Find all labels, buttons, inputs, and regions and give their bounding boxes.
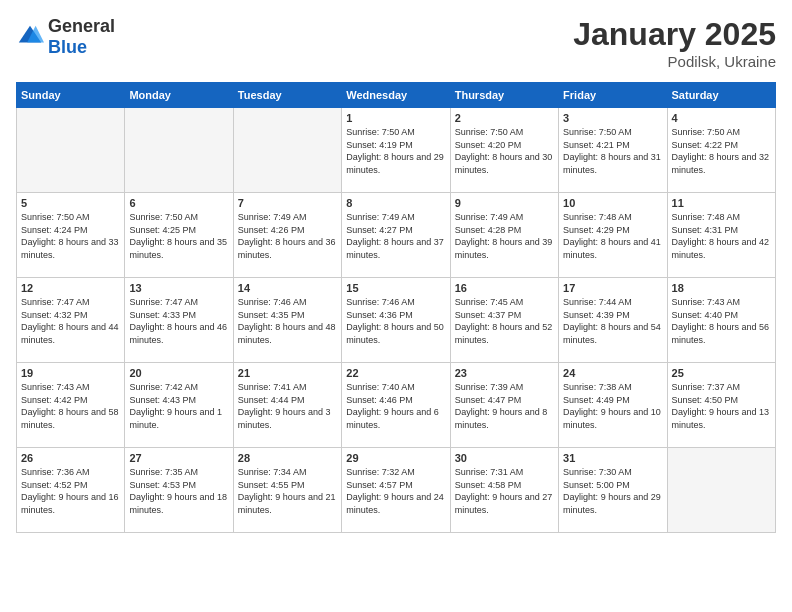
logo-general: General	[48, 16, 115, 36]
weekday-header: Thursday	[450, 83, 558, 108]
calendar-day-cell: 17Sunrise: 7:44 AM Sunset: 4:39 PM Dayli…	[559, 278, 667, 363]
calendar-day-cell: 7Sunrise: 7:49 AM Sunset: 4:26 PM Daylig…	[233, 193, 341, 278]
day-number: 9	[455, 197, 554, 209]
day-info: Sunrise: 7:44 AM Sunset: 4:39 PM Dayligh…	[563, 296, 662, 346]
day-info: Sunrise: 7:48 AM Sunset: 4:31 PM Dayligh…	[672, 211, 771, 261]
calendar-day-cell	[125, 108, 233, 193]
calendar-day-cell	[667, 448, 775, 533]
day-number: 22	[346, 367, 445, 379]
calendar-day-cell: 1Sunrise: 7:50 AM Sunset: 4:19 PM Daylig…	[342, 108, 450, 193]
day-number: 23	[455, 367, 554, 379]
day-number: 11	[672, 197, 771, 209]
weekday-header: Tuesday	[233, 83, 341, 108]
day-info: Sunrise: 7:49 AM Sunset: 4:26 PM Dayligh…	[238, 211, 337, 261]
weekday-header: Monday	[125, 83, 233, 108]
day-number: 24	[563, 367, 662, 379]
day-info: Sunrise: 7:49 AM Sunset: 4:27 PM Dayligh…	[346, 211, 445, 261]
day-number: 12	[21, 282, 120, 294]
calendar-week-row: 5Sunrise: 7:50 AM Sunset: 4:24 PM Daylig…	[17, 193, 776, 278]
calendar-day-cell: 20Sunrise: 7:42 AM Sunset: 4:43 PM Dayli…	[125, 363, 233, 448]
day-info: Sunrise: 7:47 AM Sunset: 4:33 PM Dayligh…	[129, 296, 228, 346]
day-number: 27	[129, 452, 228, 464]
day-info: Sunrise: 7:50 AM Sunset: 4:24 PM Dayligh…	[21, 211, 120, 261]
calendar-header-row: SundayMondayTuesdayWednesdayThursdayFrid…	[17, 83, 776, 108]
title-block: January 2025 Podilsk, Ukraine	[573, 16, 776, 70]
day-number: 13	[129, 282, 228, 294]
day-number: 26	[21, 452, 120, 464]
day-info: Sunrise: 7:50 AM Sunset: 4:25 PM Dayligh…	[129, 211, 228, 261]
calendar-day-cell: 21Sunrise: 7:41 AM Sunset: 4:44 PM Dayli…	[233, 363, 341, 448]
calendar-day-cell: 11Sunrise: 7:48 AM Sunset: 4:31 PM Dayli…	[667, 193, 775, 278]
calendar-day-cell: 22Sunrise: 7:40 AM Sunset: 4:46 PM Dayli…	[342, 363, 450, 448]
day-number: 10	[563, 197, 662, 209]
calendar-day-cell: 26Sunrise: 7:36 AM Sunset: 4:52 PM Dayli…	[17, 448, 125, 533]
day-number: 28	[238, 452, 337, 464]
calendar-week-row: 1Sunrise: 7:50 AM Sunset: 4:19 PM Daylig…	[17, 108, 776, 193]
calendar-day-cell: 10Sunrise: 7:48 AM Sunset: 4:29 PM Dayli…	[559, 193, 667, 278]
day-info: Sunrise: 7:36 AM Sunset: 4:52 PM Dayligh…	[21, 466, 120, 516]
month-title: January 2025	[573, 16, 776, 53]
day-info: Sunrise: 7:45 AM Sunset: 4:37 PM Dayligh…	[455, 296, 554, 346]
calendar-day-cell: 15Sunrise: 7:46 AM Sunset: 4:36 PM Dayli…	[342, 278, 450, 363]
page-header: General Blue January 2025 Podilsk, Ukrai…	[16, 16, 776, 70]
day-info: Sunrise: 7:31 AM Sunset: 4:58 PM Dayligh…	[455, 466, 554, 516]
calendar-day-cell: 30Sunrise: 7:31 AM Sunset: 4:58 PM Dayli…	[450, 448, 558, 533]
calendar-day-cell: 12Sunrise: 7:47 AM Sunset: 4:32 PM Dayli…	[17, 278, 125, 363]
calendar-day-cell	[17, 108, 125, 193]
calendar-week-row: 26Sunrise: 7:36 AM Sunset: 4:52 PM Dayli…	[17, 448, 776, 533]
day-number: 20	[129, 367, 228, 379]
logo-blue: Blue	[48, 37, 87, 57]
day-number: 31	[563, 452, 662, 464]
calendar-day-cell: 3Sunrise: 7:50 AM Sunset: 4:21 PM Daylig…	[559, 108, 667, 193]
day-number: 15	[346, 282, 445, 294]
day-info: Sunrise: 7:35 AM Sunset: 4:53 PM Dayligh…	[129, 466, 228, 516]
calendar-day-cell: 24Sunrise: 7:38 AM Sunset: 4:49 PM Dayli…	[559, 363, 667, 448]
day-number: 6	[129, 197, 228, 209]
day-info: Sunrise: 7:46 AM Sunset: 4:36 PM Dayligh…	[346, 296, 445, 346]
day-number: 8	[346, 197, 445, 209]
day-info: Sunrise: 7:42 AM Sunset: 4:43 PM Dayligh…	[129, 381, 228, 431]
calendar-day-cell: 9Sunrise: 7:49 AM Sunset: 4:28 PM Daylig…	[450, 193, 558, 278]
logo-icon	[16, 23, 44, 51]
day-info: Sunrise: 7:47 AM Sunset: 4:32 PM Dayligh…	[21, 296, 120, 346]
day-number: 21	[238, 367, 337, 379]
day-info: Sunrise: 7:39 AM Sunset: 4:47 PM Dayligh…	[455, 381, 554, 431]
calendar-day-cell: 25Sunrise: 7:37 AM Sunset: 4:50 PM Dayli…	[667, 363, 775, 448]
day-info: Sunrise: 7:48 AM Sunset: 4:29 PM Dayligh…	[563, 211, 662, 261]
day-info: Sunrise: 7:50 AM Sunset: 4:19 PM Dayligh…	[346, 126, 445, 176]
calendar-day-cell: 18Sunrise: 7:43 AM Sunset: 4:40 PM Dayli…	[667, 278, 775, 363]
weekday-header: Wednesday	[342, 83, 450, 108]
day-number: 16	[455, 282, 554, 294]
calendar-day-cell	[233, 108, 341, 193]
day-number: 5	[21, 197, 120, 209]
calendar-day-cell: 28Sunrise: 7:34 AM Sunset: 4:55 PM Dayli…	[233, 448, 341, 533]
calendar-day-cell: 27Sunrise: 7:35 AM Sunset: 4:53 PM Dayli…	[125, 448, 233, 533]
day-info: Sunrise: 7:50 AM Sunset: 4:22 PM Dayligh…	[672, 126, 771, 176]
calendar-day-cell: 19Sunrise: 7:43 AM Sunset: 4:42 PM Dayli…	[17, 363, 125, 448]
day-info: Sunrise: 7:49 AM Sunset: 4:28 PM Dayligh…	[455, 211, 554, 261]
day-number: 4	[672, 112, 771, 124]
day-info: Sunrise: 7:40 AM Sunset: 4:46 PM Dayligh…	[346, 381, 445, 431]
day-number: 1	[346, 112, 445, 124]
day-number: 25	[672, 367, 771, 379]
calendar-week-row: 19Sunrise: 7:43 AM Sunset: 4:42 PM Dayli…	[17, 363, 776, 448]
day-info: Sunrise: 7:30 AM Sunset: 5:00 PM Dayligh…	[563, 466, 662, 516]
day-info: Sunrise: 7:50 AM Sunset: 4:20 PM Dayligh…	[455, 126, 554, 176]
calendar-table: SundayMondayTuesdayWednesdayThursdayFrid…	[16, 82, 776, 533]
day-info: Sunrise: 7:34 AM Sunset: 4:55 PM Dayligh…	[238, 466, 337, 516]
calendar-day-cell: 4Sunrise: 7:50 AM Sunset: 4:22 PM Daylig…	[667, 108, 775, 193]
calendar-day-cell: 16Sunrise: 7:45 AM Sunset: 4:37 PM Dayli…	[450, 278, 558, 363]
weekday-header: Sunday	[17, 83, 125, 108]
day-number: 2	[455, 112, 554, 124]
day-info: Sunrise: 7:37 AM Sunset: 4:50 PM Dayligh…	[672, 381, 771, 431]
calendar-day-cell: 23Sunrise: 7:39 AM Sunset: 4:47 PM Dayli…	[450, 363, 558, 448]
day-info: Sunrise: 7:46 AM Sunset: 4:35 PM Dayligh…	[238, 296, 337, 346]
day-info: Sunrise: 7:41 AM Sunset: 4:44 PM Dayligh…	[238, 381, 337, 431]
day-number: 19	[21, 367, 120, 379]
day-info: Sunrise: 7:43 AM Sunset: 4:42 PM Dayligh…	[21, 381, 120, 431]
day-number: 7	[238, 197, 337, 209]
day-info: Sunrise: 7:38 AM Sunset: 4:49 PM Dayligh…	[563, 381, 662, 431]
day-number: 30	[455, 452, 554, 464]
day-number: 14	[238, 282, 337, 294]
location-title: Podilsk, Ukraine	[573, 53, 776, 70]
